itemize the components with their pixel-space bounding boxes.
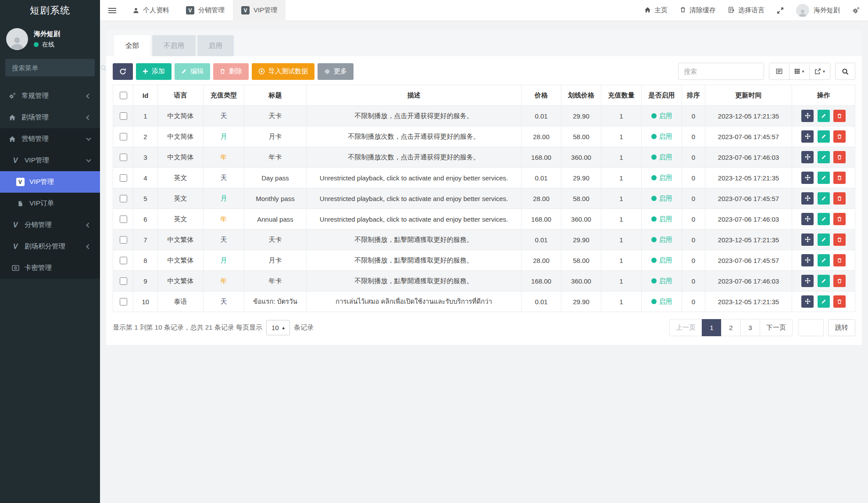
jump-page-input[interactable] — [798, 319, 824, 336]
topbar-tab[interactable]: 个人资料 — [125, 0, 178, 21]
tab-all[interactable]: 全部 — [114, 35, 150, 56]
column-header[interactable]: 充值类型 — [204, 85, 244, 106]
row-checkbox[interactable] — [120, 298, 127, 305]
column-header[interactable]: 操作 — [792, 85, 855, 106]
edit-row-button[interactable] — [818, 192, 830, 205]
move-row-button[interactable] — [801, 234, 814, 246]
edit-row-button[interactable] — [818, 110, 830, 122]
page-button[interactable]: 1 — [702, 319, 722, 336]
more-button[interactable]: 更多 — [318, 63, 354, 80]
column-header[interactable]: 描述 — [307, 85, 522, 106]
delete-button[interactable]: 删除 — [213, 63, 249, 80]
refresh-button[interactable] — [113, 63, 133, 80]
delete-row-button[interactable] — [833, 234, 846, 246]
language-link[interactable]: 选择语言 — [728, 6, 764, 14]
move-row-button[interactable] — [801, 295, 814, 308]
sidebar-item[interactable]: 营销管理 — [0, 128, 100, 150]
move-row-button[interactable] — [801, 254, 814, 266]
sidebar-item[interactable]: VIP订单 — [0, 193, 100, 214]
edit-row-button[interactable] — [818, 172, 830, 184]
row-checkbox[interactable] — [120, 174, 127, 182]
search-button[interactable] — [835, 63, 855, 80]
fullscreen-icon[interactable] — [777, 7, 784, 14]
clear-cache-link[interactable]: 清除缓存 — [680, 6, 716, 14]
add-button[interactable]: 添加 — [136, 63, 171, 80]
edit-row-button[interactable] — [818, 275, 830, 287]
page-size-select[interactable]: 10 ▴ — [266, 320, 290, 335]
detail-view-button[interactable] — [769, 63, 789, 79]
row-checkbox[interactable] — [120, 112, 127, 120]
cell-line-price: 29.90 — [561, 230, 601, 250]
tab-enabled[interactable]: 启用 — [197, 35, 234, 56]
column-header[interactable]: 是否启用 — [642, 85, 682, 106]
page-button[interactable]: 3 — [740, 319, 760, 336]
export-button[interactable]: ▾ — [810, 63, 830, 79]
move-row-button[interactable] — [801, 192, 814, 205]
delete-row-button[interactable] — [833, 295, 846, 308]
prev-page-button[interactable]: 上一页 — [669, 319, 702, 336]
row-checkbox[interactable] — [120, 277, 127, 285]
row-checkbox[interactable] — [120, 236, 127, 244]
topbar-tab-label: VIP管理 — [254, 6, 277, 14]
page-button[interactable]: 2 — [721, 319, 741, 336]
column-header[interactable]: 充值数量 — [601, 85, 642, 106]
sidebar-item[interactable]: 常规管理 — [0, 85, 100, 107]
edit-row-button[interactable] — [818, 151, 830, 163]
delete-row-button[interactable] — [833, 172, 846, 184]
home-link[interactable]: 主页 — [644, 6, 668, 14]
delete-row-button[interactable] — [833, 130, 846, 143]
delete-row-button[interactable] — [833, 110, 846, 122]
move-row-button[interactable] — [801, 172, 814, 184]
move-row-button[interactable] — [801, 110, 814, 122]
delete-row-button[interactable] — [833, 213, 846, 225]
row-checkbox[interactable] — [120, 195, 127, 202]
edit-row-button[interactable] — [818, 234, 830, 246]
import-test-data-button[interactable]: 导入测试数据 — [252, 63, 314, 80]
pencil-icon — [821, 216, 826, 222]
row-checkbox[interactable] — [120, 133, 127, 140]
menu-search-input[interactable] — [11, 64, 100, 72]
pencil-icon — [821, 278, 826, 284]
column-header[interactable]: 价格 — [522, 85, 561, 106]
edit-row-button[interactable] — [818, 254, 830, 266]
move-row-button[interactable] — [801, 151, 814, 163]
column-header[interactable]: 语言 — [158, 85, 204, 106]
sidebar-item[interactable]: 剧场管理 — [0, 107, 100, 128]
edit-row-button[interactable] — [818, 213, 830, 225]
column-header[interactable]: 标题 — [244, 85, 307, 106]
sidebar-item[interactable]: 卡密管理 — [0, 257, 100, 279]
row-checkbox[interactable] — [120, 257, 127, 264]
menu-toggle-icon[interactable] — [100, 0, 125, 21]
column-header[interactable]: 更新时间 — [705, 85, 792, 106]
tab-disabled[interactable]: 不启用 — [152, 35, 196, 56]
column-header[interactable]: 划线价格 — [561, 85, 601, 106]
table-search-input[interactable] — [678, 63, 764, 80]
delete-row-button[interactable] — [833, 275, 846, 287]
edit-button[interactable]: 编辑 — [175, 63, 210, 80]
edit-row-button[interactable] — [818, 130, 830, 143]
topbar-tab[interactable]: VVIP管理 — [233, 0, 286, 21]
columns-button[interactable]: ▾ — [789, 63, 810, 79]
sidebar-item[interactable]: VVIP管理 — [0, 171, 100, 193]
edit-row-button[interactable] — [818, 295, 830, 308]
user-menu[interactable]: 海外短剧 — [796, 4, 840, 17]
jump-button[interactable]: 跳转 — [828, 319, 855, 336]
delete-row-button[interactable] — [833, 254, 846, 266]
row-checkbox[interactable] — [120, 216, 127, 223]
sidebar-item[interactable]: V分销管理 — [0, 214, 100, 236]
next-page-button[interactable]: 下一页 — [760, 319, 793, 336]
move-row-button[interactable] — [801, 213, 814, 225]
move-row-button[interactable] — [801, 275, 814, 287]
sidebar-item[interactable]: V剧场积分管理 — [0, 236, 100, 257]
sidebar-item[interactable]: VVIP管理 — [0, 150, 100, 171]
column-header[interactable]: 排序 — [682, 85, 705, 106]
row-checkbox[interactable] — [120, 154, 127, 161]
select-all-checkbox[interactable] — [120, 92, 127, 99]
column-header[interactable]: Id — [133, 85, 158, 106]
delete-row-button[interactable] — [833, 151, 846, 163]
settings-gear-icon[interactable] — [852, 7, 860, 14]
move-row-button[interactable] — [801, 130, 814, 143]
delete-row-button[interactable] — [833, 192, 846, 205]
topbar-tab[interactable]: V分销管理 — [178, 0, 233, 21]
table-header-row: Id语言充值类型标题描述价格划线价格充值数量是否启用排序更新时间操作 — [113, 85, 855, 106]
